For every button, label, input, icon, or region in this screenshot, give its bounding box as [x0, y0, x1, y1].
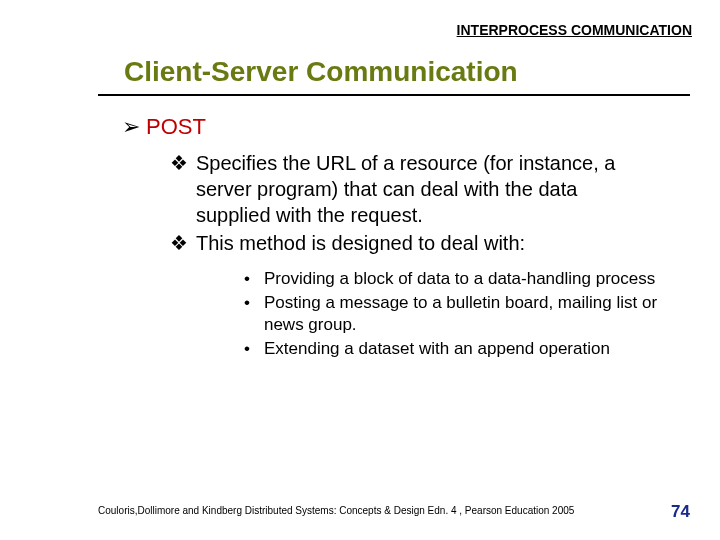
dot-icon: • [244, 268, 250, 290]
bullet-l2-text: Specifies the URL of a resource (for ins… [196, 150, 616, 228]
dot-icon: • [244, 338, 250, 360]
bullet-level2-group: ❖ Specifies the URL of a resource (for i… [170, 150, 680, 360]
footer-citation: Couloris,Dollimore and Kindberg Distribu… [98, 505, 574, 516]
diamond-icon: ❖ [170, 150, 188, 176]
arrow-icon: ➢ [122, 114, 140, 140]
bullet-level2: ❖ This method is designed to deal with: [170, 230, 680, 256]
title-rule [98, 94, 690, 96]
bullet-level3: • Posting a message to a bulletin board,… [244, 292, 680, 336]
dot-icon: • [244, 292, 250, 314]
bullet-level3-group: • Providing a block of data to a data-ha… [244, 268, 680, 360]
bullet-level3: • Providing a block of data to a data-ha… [244, 268, 680, 290]
bullet-l3-text: Posting a message to a bulletin board, m… [264, 292, 664, 336]
bullet-level2: ❖ Specifies the URL of a resource (for i… [170, 150, 680, 228]
bullet-l3-text: Providing a block of data to a data-hand… [264, 268, 655, 290]
bullet-level3: • Extending a dataset with an append ope… [244, 338, 680, 360]
chapter-header: INTERPROCESS COMMUNICATION [457, 22, 692, 38]
page-number: 74 [671, 502, 690, 522]
diamond-icon: ❖ [170, 230, 188, 256]
bullet-l2-text: This method is designed to deal with: [196, 230, 525, 256]
bullet-l1-text: POST [146, 114, 206, 140]
slide-content: ➢ POST ❖ Specifies the URL of a resource… [122, 114, 680, 362]
bullet-l3-text: Extending a dataset with an append opera… [264, 338, 610, 360]
title-block: Client-Server Communication [98, 56, 690, 96]
slide-title: Client-Server Communication [124, 56, 690, 88]
bullet-level1: ➢ POST [122, 114, 680, 140]
